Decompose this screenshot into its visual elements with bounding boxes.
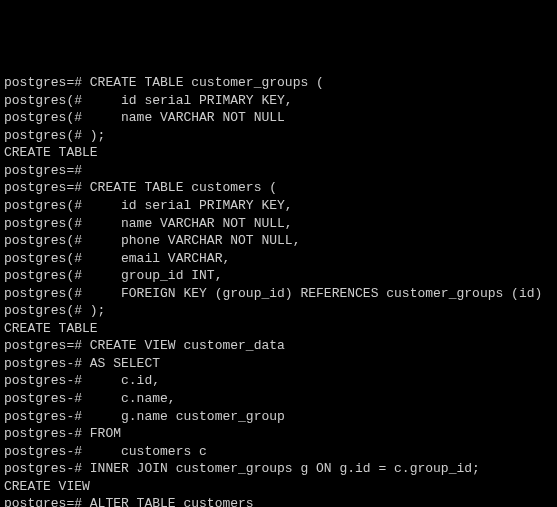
terminal-line: CREATE VIEW <box>4 478 553 496</box>
terminal-line: postgres=# CREATE VIEW customer_data <box>4 337 553 355</box>
terminal-line: postgres=# CREATE TABLE customers ( <box>4 179 553 197</box>
terminal-line: postgres-# customers c <box>4 443 553 461</box>
terminal-line: postgres-# FROM <box>4 425 553 443</box>
terminal-line: postgres(# name VARCHAR NOT NULL <box>4 109 553 127</box>
terminal-line: postgres-# c.name, <box>4 390 553 408</box>
terminal-line: postgres(# group_id INT, <box>4 267 553 285</box>
terminal-line: postgres(# email VARCHAR, <box>4 250 553 268</box>
terminal-line: postgres(# ); <box>4 302 553 320</box>
terminal-line: postgres=# ALTER TABLE customers <box>4 495 553 507</box>
terminal-line: postgres(# FOREIGN KEY (group_id) REFERE… <box>4 285 553 303</box>
terminal-line: postgres(# ); <box>4 127 553 145</box>
terminal-line: postgres(# id serial PRIMARY KEY, <box>4 92 553 110</box>
terminal-line: postgres-# c.id, <box>4 372 553 390</box>
terminal-line: postgres(# phone VARCHAR NOT NULL, <box>4 232 553 250</box>
terminal-line: postgres(# name VARCHAR NOT NULL, <box>4 215 553 233</box>
terminal-line: CREATE TABLE <box>4 144 553 162</box>
terminal-output: postgres=# CREATE TABLE customer_groups … <box>4 74 553 507</box>
terminal-line: postgres-# AS SELECT <box>4 355 553 373</box>
terminal-line: postgres-# INNER JOIN customer_groups g … <box>4 460 553 478</box>
terminal-line: postgres-# g.name customer_group <box>4 408 553 426</box>
terminal-line: CREATE TABLE <box>4 320 553 338</box>
terminal-line: postgres=# <box>4 162 553 180</box>
terminal-line: postgres(# id serial PRIMARY KEY, <box>4 197 553 215</box>
terminal-line: postgres=# CREATE TABLE customer_groups … <box>4 74 553 92</box>
